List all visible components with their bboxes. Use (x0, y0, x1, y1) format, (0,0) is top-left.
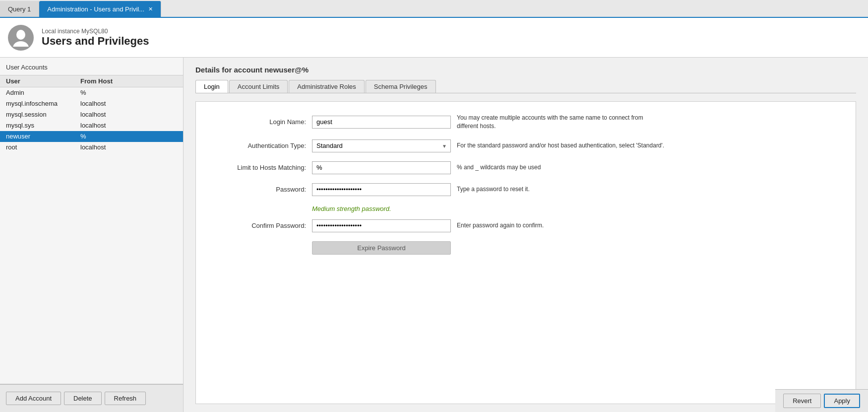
user-table-header: User From Host (0, 75, 183, 87)
user-row[interactable]: mysql.session localhost (0, 109, 183, 120)
auth-type-select[interactable]: Standard caching_sha2_password sha256_pa… (312, 139, 451, 152)
password-strength: Medium strength password. (312, 205, 840, 212)
user-row[interactable]: mysql.sys localhost (0, 120, 183, 131)
revert-button[interactable]: Revert (783, 394, 821, 408)
right-panel: Details for account newuser@% Login Acco… (184, 58, 868, 412)
host-cell: % (80, 133, 177, 140)
svg-point-0 (16, 30, 25, 40)
auth-type-label: Authentication Type: (212, 142, 306, 149)
host-cell: localhost (80, 111, 177, 118)
confirm-password-row: Confirm Password: Enter password again t… (212, 219, 840, 232)
user-cell: Admin (6, 89, 80, 96)
confirm-password-label: Confirm Password: (212, 222, 306, 229)
user-cell: newuser (6, 133, 80, 140)
bottom-left-buttons: Add Account Delete Refresh (6, 392, 146, 405)
login-name-input[interactable] (312, 116, 451, 129)
form-area: Login Name: You may create multiple acco… (195, 101, 856, 404)
confirm-password-input[interactable] (312, 219, 451, 232)
page-header: Local instance MySQL80 Users and Privile… (0, 18, 868, 58)
header-subtitle: Local instance MySQL80 (42, 28, 149, 35)
auth-type-select-wrapper: Standard caching_sha2_password sha256_pa… (312, 139, 451, 152)
login-name-label: Login Name: (212, 118, 306, 126)
user-accounts-title: User Accounts (0, 62, 183, 75)
tab-login[interactable]: Login (195, 80, 228, 93)
user-row[interactable]: root localhost (0, 142, 183, 153)
tab-query1-label: Query 1 (8, 5, 31, 13)
add-account-button[interactable]: Add Account (6, 392, 61, 405)
host-cell: % (80, 89, 177, 96)
left-panel-bottom-bar: Add Account Delete Refresh (0, 384, 183, 412)
col-header-host: From Host (80, 77, 177, 85)
col-header-user: User (6, 77, 80, 85)
close-icon[interactable]: ✕ (148, 6, 153, 12)
user-cell: mysql.session (6, 111, 80, 118)
details-title: Details for account newuser@% (195, 66, 856, 74)
tab-admin-roles[interactable]: Administrative Roles (289, 80, 365, 93)
auth-type-row: Authentication Type: Standard caching_sh… (212, 139, 840, 152)
expire-row: Expire Password (312, 241, 840, 255)
login-name-row: Login Name: You may create multiple acco… (212, 114, 840, 131)
user-row[interactable]: Admin % (0, 87, 183, 98)
password-label: Password: (212, 186, 306, 193)
auth-type-hint: For the standard password and/or host ba… (457, 141, 664, 150)
delete-button[interactable]: Delete (64, 392, 102, 405)
apply-button[interactable]: Apply (824, 394, 860, 408)
tab-schema-privs[interactable]: Schema Privileges (366, 80, 436, 93)
user-table: User From Host Admin % mysql.infoschema … (0, 75, 183, 384)
page-title: Users and Privileges (42, 35, 149, 48)
left-panel: User Accounts User From Host Admin % mys… (0, 58, 184, 412)
password-input[interactable] (312, 183, 451, 196)
tab-account-limits[interactable]: Account Limits (229, 80, 288, 93)
tab-query1[interactable]: Query 1 (0, 1, 39, 17)
header-text: Local instance MySQL80 Users and Privile… (42, 28, 149, 48)
user-cell: root (6, 143, 80, 151)
confirm-password-hint: Enter password again to confirm. (457, 221, 544, 230)
global-bottom-bar: Revert Apply (775, 389, 868, 412)
password-row: Password: Type a password to reset it. (212, 183, 840, 196)
host-label: Limit to Hosts Matching: (212, 164, 306, 171)
svg-point-1 (13, 41, 29, 47)
tab-admin[interactable]: Administration - Users and Privil... ✕ (39, 1, 161, 17)
host-row: Limit to Hosts Matching: % and _ wildcar… (212, 161, 840, 174)
login-name-hint: You may create multiple accounts with th… (457, 114, 665, 131)
tab-bar: Query 1 Administration - Users and Privi… (0, 0, 868, 18)
password-hint: Type a password to reset it. (457, 185, 530, 194)
refresh-button[interactable]: Refresh (105, 392, 146, 405)
tab-admin-label: Administration - Users and Privil... (47, 5, 144, 13)
avatar (8, 25, 34, 51)
host-cell: localhost (80, 122, 177, 129)
host-cell: localhost (80, 143, 177, 151)
user-cell: mysql.sys (6, 122, 80, 129)
main-content: User Accounts User From Host Admin % mys… (0, 58, 868, 412)
expire-password-button[interactable]: Expire Password (312, 241, 451, 255)
panel-tabs: Login Account Limits Administrative Role… (195, 80, 856, 93)
host-hint: % and _ wildcards may be used (457, 163, 541, 172)
host-cell: localhost (80, 100, 177, 107)
host-input[interactable] (312, 161, 451, 174)
user-cell: mysql.infoschema (6, 100, 80, 107)
user-row[interactable]: newuser % (0, 131, 183, 142)
user-row[interactable]: mysql.infoschema localhost (0, 98, 183, 109)
